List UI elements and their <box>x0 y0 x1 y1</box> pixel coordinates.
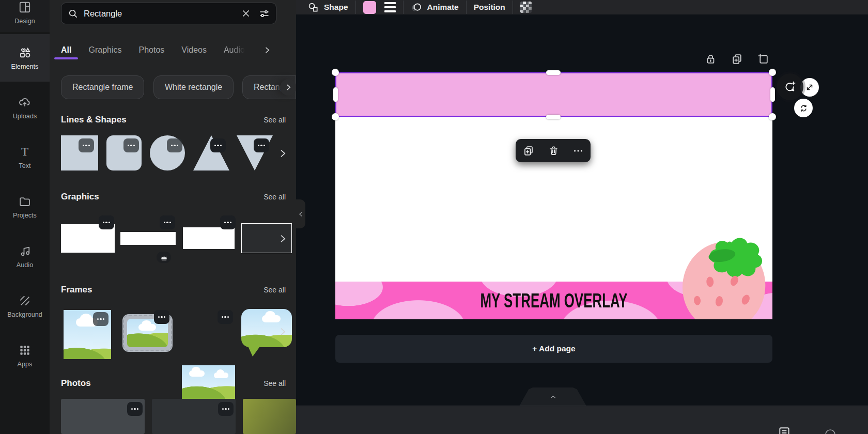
shapes-scroll-chevron-icon[interactable] <box>277 148 288 159</box>
tab-videos[interactable]: Videos <box>181 45 207 55</box>
photo-thumbnail[interactable] <box>243 399 296 434</box>
pro-crown-icon <box>157 252 171 263</box>
apps-icon <box>18 344 32 357</box>
section-title: Lines & Shapes <box>61 115 127 125</box>
see-all-link[interactable]: See all <box>264 379 286 388</box>
more-options-icon[interactable] <box>254 138 269 152</box>
notes-icon[interactable] <box>778 426 791 434</box>
panel-collapse-button[interactable] <box>296 199 305 228</box>
projects-icon <box>18 195 32 208</box>
resize-handle-middle-right[interactable] <box>770 87 775 102</box>
filter-icon[interactable] <box>259 8 270 19</box>
graphic-white-rectangle[interactable] <box>183 227 235 249</box>
overlay-banner-text[interactable]: MY STREAM OVERLAY <box>480 289 627 312</box>
resize-handle-bottom-left[interactable] <box>332 113 339 120</box>
animate-label: Animate <box>427 3 459 12</box>
toolbar-divider <box>355 1 356 14</box>
duplicate-page-icon[interactable] <box>731 53 743 66</box>
sidebar-item-design[interactable]: Design <box>0 0 50 32</box>
chip-white-rectangle[interactable]: White rectangle <box>153 75 234 99</box>
add-comment-button[interactable] <box>777 73 803 100</box>
selected-rectangle[interactable] <box>335 72 772 117</box>
strawberry-graphic[interactable] <box>670 216 772 319</box>
shape-icon <box>307 2 319 13</box>
graphics-scroll-chevron-icon[interactable] <box>277 234 288 244</box>
more-options-icon[interactable] <box>99 215 114 229</box>
graphic-thin-white-rectangle[interactable] <box>120 232 176 245</box>
see-all-link[interactable]: See all <box>264 193 286 201</box>
toolbar-divider <box>513 1 513 14</box>
sync-button[interactable] <box>794 99 813 117</box>
resize-handle-top-left[interactable] <box>332 69 339 76</box>
more-options-icon[interactable] <box>93 312 109 326</box>
resize-handle-top-center[interactable] <box>546 70 561 75</box>
tab-all[interactable]: All <box>61 45 71 55</box>
more-options-icon[interactable] <box>210 138 226 152</box>
tab-graphics[interactable]: Graphics <box>88 45 121 55</box>
more-options-icon[interactable] <box>123 138 139 152</box>
help-icon[interactable] <box>824 428 836 434</box>
border-style-icon[interactable] <box>384 2 396 13</box>
design-icon <box>18 1 32 14</box>
lock-icon[interactable] <box>704 53 717 66</box>
more-options-icon[interactable] <box>220 215 236 229</box>
result-tabs: All Graphics Photos Videos Audio <box>61 40 296 60</box>
animate-button[interactable]: Animate <box>411 2 459 13</box>
sidebar-item-label: Design <box>14 18 35 25</box>
see-all-link[interactable]: See all <box>264 286 286 294</box>
more-options-icon[interactable] <box>160 215 175 229</box>
section-header-frames: Frames See all <box>61 285 286 295</box>
duplicate-icon[interactable] <box>522 145 535 157</box>
left-rail: Design Elements Uploads T Text <box>0 0 50 434</box>
add-page-button[interactable]: + Add page <box>335 335 772 363</box>
sidebar-item-label: Elements <box>11 63 39 70</box>
sidebar-item-uploads[interactable]: Uploads <box>0 84 50 131</box>
more-options-icon[interactable] <box>218 402 234 416</box>
section-header-lines-shapes: Lines & Shapes See all <box>61 115 286 125</box>
elements-icon <box>18 46 32 59</box>
sidebar-item-elements[interactable]: Elements <box>0 34 50 82</box>
page-actions <box>704 53 770 66</box>
position-button[interactable]: Position <box>474 3 505 12</box>
resize-handle-middle-left[interactable] <box>333 87 338 102</box>
search-icon <box>68 8 79 19</box>
section-header-photos: Photos See all <box>61 378 286 389</box>
sidebar-item-label: Background <box>7 311 42 318</box>
section-title: Photos <box>61 378 91 389</box>
more-options-icon[interactable] <box>79 138 94 152</box>
expand-panel-tab[interactable] <box>519 388 586 406</box>
section-title: Frames <box>61 285 92 295</box>
chip-rectangle-frame[interactable]: Rectangle frame <box>61 75 144 99</box>
tab-audio[interactable]: Audio <box>224 45 245 55</box>
sidebar-item-audio[interactable]: Audio <box>0 233 50 280</box>
tab-photos[interactable]: Photos <box>138 45 164 55</box>
sidebar-item-label: Projects <box>13 212 37 219</box>
delete-icon[interactable] <box>548 145 560 157</box>
search-box[interactable] <box>61 3 276 24</box>
clear-search-icon[interactable] <box>241 9 251 18</box>
transparency-icon[interactable] <box>520 2 532 13</box>
more-options-icon[interactable] <box>154 310 169 324</box>
sidebar-item-label: Apps <box>18 361 33 368</box>
more-options-icon[interactable] <box>127 402 143 416</box>
tabs-scroll-chevron-icon[interactable] <box>263 46 271 54</box>
resize-handle-top-right[interactable] <box>769 69 776 76</box>
sidebar-item-projects[interactable]: Projects <box>0 183 50 230</box>
resize-handle-bottom-right[interactable] <box>769 113 776 120</box>
chips-scroll-chevron-icon[interactable] <box>280 79 296 96</box>
more-options-icon[interactable] <box>167 138 182 152</box>
add-page-icon[interactable] <box>757 53 770 66</box>
sidebar-item-apps[interactable]: Apps <box>0 332 50 379</box>
uploads-icon <box>18 96 32 109</box>
sidebar-item-text[interactable]: T Text <box>0 133 50 181</box>
shape-tool-button[interactable]: Shape <box>307 2 348 13</box>
sidebar-item-background[interactable]: Background <box>0 282 50 330</box>
search-input[interactable] <box>84 9 241 19</box>
more-options-icon[interactable] <box>572 145 584 157</box>
resize-handle-bottom-center[interactable] <box>546 115 561 119</box>
fill-color-swatch[interactable] <box>363 1 376 14</box>
more-options-icon[interactable] <box>218 310 233 324</box>
element-toolbar <box>516 139 591 162</box>
see-all-link[interactable]: See all <box>264 116 286 124</box>
frames-scroll-chevron-icon[interactable] <box>277 327 288 337</box>
